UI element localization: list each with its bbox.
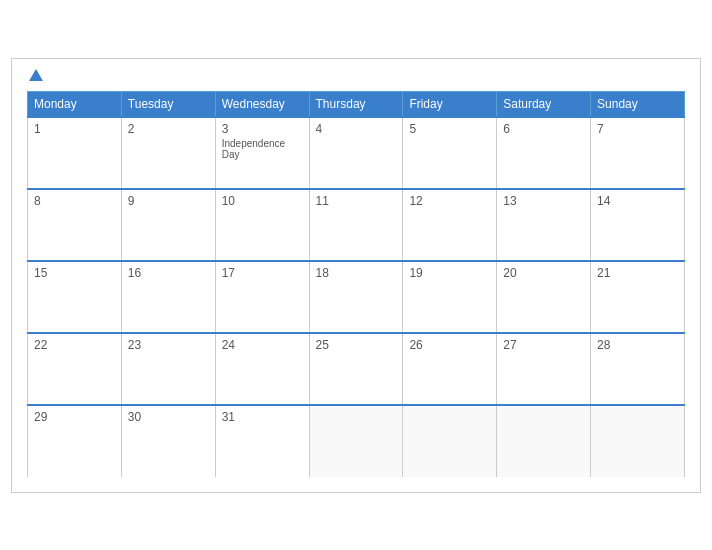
calendar-day-cell: 29 (28, 405, 122, 477)
calendar-day-cell: 3Independence Day (215, 117, 309, 189)
day-number: 17 (222, 266, 303, 280)
day-number: 11 (316, 194, 397, 208)
day-number: 19 (409, 266, 490, 280)
calendar-day-cell (591, 405, 685, 477)
calendar-header (27, 69, 685, 83)
day-number: 18 (316, 266, 397, 280)
day-number: 2 (128, 122, 209, 136)
calendar-day-cell: 11 (309, 189, 403, 261)
calendar-day-cell: 7 (591, 117, 685, 189)
day-number: 30 (128, 410, 209, 424)
calendar-day-cell: 15 (28, 261, 122, 333)
day-number: 22 (34, 338, 115, 352)
day-number: 1 (34, 122, 115, 136)
day-number: 5 (409, 122, 490, 136)
calendar-day-cell: 26 (403, 333, 497, 405)
calendar-day-cell (403, 405, 497, 477)
calendar-day-cell: 24 (215, 333, 309, 405)
calendar: MondayTuesdayWednesdayThursdayFridaySatu… (11, 58, 701, 493)
day-number: 23 (128, 338, 209, 352)
day-number: 29 (34, 410, 115, 424)
calendar-day-cell: 31 (215, 405, 309, 477)
weekday-header-cell: Sunday (591, 91, 685, 117)
day-number: 7 (597, 122, 678, 136)
calendar-day-cell: 4 (309, 117, 403, 189)
logo-triangle-icon (29, 69, 43, 81)
calendar-day-cell: 20 (497, 261, 591, 333)
day-number: 6 (503, 122, 584, 136)
calendar-day-cell: 18 (309, 261, 403, 333)
calendar-day-cell: 13 (497, 189, 591, 261)
calendar-day-cell: 1 (28, 117, 122, 189)
day-number: 15 (34, 266, 115, 280)
day-number: 9 (128, 194, 209, 208)
calendar-day-cell: 12 (403, 189, 497, 261)
day-number: 24 (222, 338, 303, 352)
day-number: 28 (597, 338, 678, 352)
calendar-day-cell: 5 (403, 117, 497, 189)
calendar-day-cell: 2 (121, 117, 215, 189)
calendar-week-row: 891011121314 (28, 189, 685, 261)
calendar-week-row: 22232425262728 (28, 333, 685, 405)
weekday-header-cell: Saturday (497, 91, 591, 117)
day-number: 25 (316, 338, 397, 352)
day-number: 16 (128, 266, 209, 280)
day-number: 10 (222, 194, 303, 208)
calendar-week-row: 123Independence Day4567 (28, 117, 685, 189)
calendar-grid: MondayTuesdayWednesdayThursdayFridaySatu… (27, 91, 685, 477)
day-number: 27 (503, 338, 584, 352)
day-number: 3 (222, 122, 303, 136)
calendar-day-cell: 27 (497, 333, 591, 405)
day-number: 26 (409, 338, 490, 352)
day-number: 13 (503, 194, 584, 208)
calendar-week-row: 15161718192021 (28, 261, 685, 333)
calendar-day-cell: 14 (591, 189, 685, 261)
calendar-day-cell (497, 405, 591, 477)
calendar-day-cell: 25 (309, 333, 403, 405)
calendar-day-cell: 23 (121, 333, 215, 405)
weekday-header-cell: Thursday (309, 91, 403, 117)
weekday-header-cell: Friday (403, 91, 497, 117)
holiday-label: Independence Day (222, 138, 303, 160)
day-number: 21 (597, 266, 678, 280)
day-number: 14 (597, 194, 678, 208)
weekday-header-cell: Monday (28, 91, 122, 117)
day-number: 8 (34, 194, 115, 208)
calendar-day-cell (309, 405, 403, 477)
calendar-day-cell: 10 (215, 189, 309, 261)
weekday-header-row: MondayTuesdayWednesdayThursdayFridaySatu… (28, 91, 685, 117)
weekday-header-cell: Wednesday (215, 91, 309, 117)
calendar-day-cell: 19 (403, 261, 497, 333)
calendar-day-cell: 16 (121, 261, 215, 333)
calendar-day-cell: 8 (28, 189, 122, 261)
day-number: 31 (222, 410, 303, 424)
logo (27, 69, 43, 83)
calendar-day-cell: 28 (591, 333, 685, 405)
calendar-day-cell: 6 (497, 117, 591, 189)
calendar-day-cell: 30 (121, 405, 215, 477)
day-number: 20 (503, 266, 584, 280)
calendar-day-cell: 17 (215, 261, 309, 333)
calendar-day-cell: 22 (28, 333, 122, 405)
calendar-day-cell: 9 (121, 189, 215, 261)
calendar-day-cell: 21 (591, 261, 685, 333)
calendar-week-row: 293031 (28, 405, 685, 477)
day-number: 4 (316, 122, 397, 136)
day-number: 12 (409, 194, 490, 208)
weekday-header-cell: Tuesday (121, 91, 215, 117)
